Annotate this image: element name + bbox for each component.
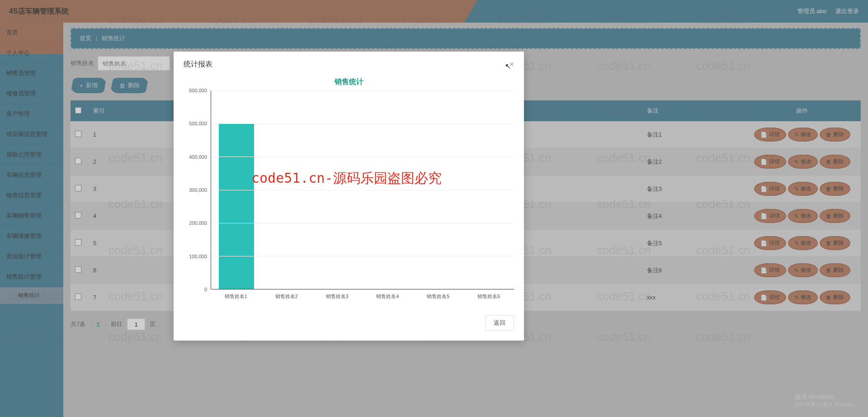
y-tick: 600,000 [189, 88, 207, 93]
bar-chart: 0100,000200,000300,000400,000500,000600,… [184, 90, 514, 289]
y-tick: 500,000 [189, 121, 207, 126]
x-label: 销售姓名2 [261, 289, 312, 300]
y-tick: 300,000 [189, 187, 207, 193]
x-label: 销售姓名3 [312, 289, 363, 300]
back-button[interactable]: 返回 [485, 315, 514, 331]
x-label: 销售姓名4 [362, 289, 413, 300]
close-icon[interactable]: × [509, 60, 514, 69]
y-tick: 200,000 [189, 220, 207, 226]
y-tick: 400,000 [189, 154, 207, 160]
y-tick: 100,000 [189, 254, 207, 259]
x-label: 销售姓名6 [463, 289, 514, 300]
bar [219, 123, 254, 289]
y-tick: 0 [204, 287, 207, 292]
stats-modal: 统计报表 × 销售统计 0100,000200,000300,000400,00… [174, 52, 524, 341]
modal-title: 统计报表 [184, 60, 212, 69]
chart-title: 销售统计 [184, 77, 514, 87]
x-label: 销售姓名1 [211, 289, 261, 300]
x-label: 销售姓名5 [413, 289, 463, 300]
